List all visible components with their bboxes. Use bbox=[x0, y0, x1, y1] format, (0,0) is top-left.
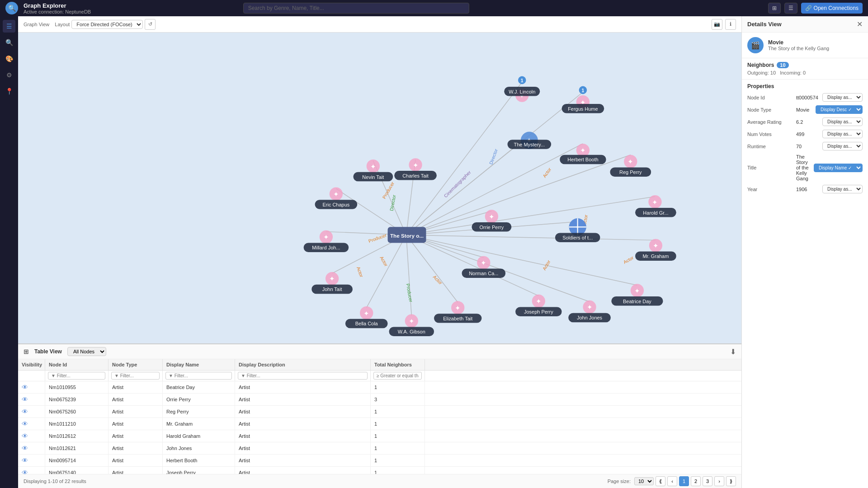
cell-visibility: 👁 bbox=[18, 455, 45, 466]
cell-node-type: Artist bbox=[108, 442, 163, 454]
table-row: 👁 Nm0675140 Artist Joseph Perry Artist 1 bbox=[18, 467, 741, 474]
graph-view-tab[interactable]: Graph View bbox=[24, 22, 49, 27]
cell-total-neighbors: 3 bbox=[371, 394, 425, 405]
result-count: Displaying 1-10 of 22 results bbox=[24, 479, 86, 484]
visibility-eye-icon[interactable]: 👁 bbox=[22, 469, 28, 474]
page-size-select[interactable]: 10 20 50 bbox=[634, 477, 654, 485]
table-row: 👁 Nm0675239 Artist Orrie Perry Artist 3 bbox=[18, 394, 741, 406]
movie-type: Movie bbox=[768, 39, 829, 46]
visibility-eye-icon[interactable]: 👁 bbox=[22, 445, 28, 452]
prop-dropdown-runtime[interactable]: Display as... bbox=[822, 142, 863, 150]
graph-view-area[interactable]: Producer Director Cinematographer Direct… bbox=[18, 33, 741, 343]
page-3-btn[interactable]: 3 bbox=[703, 476, 712, 486]
info-btn[interactable]: ℹ bbox=[725, 19, 736, 30]
cell-node-type: Artist bbox=[108, 430, 163, 442]
svg-text:✦: ✦ bbox=[329, 275, 335, 282]
open-connections-btn[interactable]: 🔗 Open Connections bbox=[801, 3, 863, 14]
prop-value-year: 1906 bbox=[796, 187, 819, 192]
filter-node-id-input[interactable] bbox=[48, 372, 105, 380]
filter-node-type-input[interactable] bbox=[111, 372, 160, 380]
prop-row-num-votes: Num Votes 499 Display as... bbox=[747, 130, 863, 138]
filter-neighbors-input[interactable] bbox=[373, 372, 422, 380]
cell-visibility: 👁 bbox=[18, 381, 45, 393]
graph-panel: Graph View Layout Force Directed (FOCose… bbox=[18, 16, 741, 343]
refresh-btn[interactable]: ↺ bbox=[145, 19, 156, 30]
cell-display-name: Mr. Graham bbox=[163, 418, 235, 430]
properties-title: Properties bbox=[747, 83, 863, 89]
visibility-eye-icon[interactable]: 👁 bbox=[22, 457, 28, 464]
page-size-label: Page size: bbox=[608, 479, 631, 484]
prop-value-node-id: tt0000574 bbox=[796, 95, 819, 100]
visibility-eye-icon[interactable]: 👁 bbox=[22, 396, 28, 403]
prop-dropdown-num-votes[interactable]: Display as... bbox=[822, 130, 863, 138]
svg-text:Reg Perry: Reg Perry bbox=[619, 169, 642, 175]
properties-section: Properties Node Id tt0000574 Display as.… bbox=[742, 80, 868, 201]
node-type-select[interactable]: All Nodes Movie Artist bbox=[67, 347, 106, 356]
sidebar-icon-menu[interactable]: ☰ bbox=[3, 20, 15, 33]
svg-text:✦: ✦ bbox=[627, 158, 633, 165]
cell-display-desc: Artist bbox=[235, 406, 371, 418]
topbar-actions: ⊞ ☰ 🔗 Open Connections bbox=[768, 3, 863, 14]
download-btn[interactable]: ⬇ bbox=[730, 347, 736, 356]
svg-text:Herbert Booth: Herbert Booth bbox=[567, 157, 598, 162]
svg-text:John Tait: John Tait bbox=[322, 286, 342, 292]
sidebar-icon-search[interactable]: 🔍 bbox=[3, 36, 15, 49]
sidebar-icon-pin[interactable]: 📍 bbox=[3, 85, 15, 98]
prop-dropdown-year[interactable]: Display as... bbox=[822, 185, 863, 193]
prop-dropdown-avg-rating[interactable]: Display as... bbox=[822, 117, 863, 126]
prop-value-runtime: 70 bbox=[796, 144, 819, 149]
layout-select[interactable]: Force Directed (FOCose) Hierarchical Cir… bbox=[71, 20, 143, 29]
last-page-btn[interactable]: ⟫ bbox=[726, 476, 736, 486]
grid-view-btn[interactable]: ⊞ bbox=[768, 3, 781, 14]
visibility-eye-icon[interactable]: 👁 bbox=[22, 384, 28, 391]
cell-display-name: John Jones bbox=[163, 442, 235, 454]
svg-text:✦: ✦ bbox=[652, 199, 658, 206]
cell-node-id: Nm0675140 bbox=[45, 467, 108, 474]
sidebar-icon-style[interactable]: 🎨 bbox=[3, 52, 15, 65]
table-footer: Displaying 1-10 of 22 results Page size:… bbox=[18, 474, 741, 488]
cell-node-type: Artist bbox=[108, 394, 163, 405]
page-2-btn[interactable]: 2 bbox=[691, 476, 701, 486]
cell-visibility: 👁 bbox=[18, 406, 45, 418]
svg-text:The Story o...: The Story o... bbox=[390, 233, 424, 239]
cell-node-id: Nm1012621 bbox=[45, 442, 108, 454]
page-1-btn[interactable]: 1 bbox=[679, 476, 689, 486]
visibility-eye-icon[interactable]: 👁 bbox=[22, 420, 28, 427]
prop-dropdown-node-id[interactable]: Display as... bbox=[822, 93, 863, 102]
filter-neighbors bbox=[371, 371, 425, 381]
cell-node-id: Nm0095714 bbox=[45, 455, 108, 466]
camera-btn[interactable]: 📷 bbox=[712, 19, 722, 30]
search-input[interactable] bbox=[243, 3, 469, 14]
sidebar-icon-settings[interactable]: ⚙ bbox=[3, 69, 15, 81]
close-details-btn[interactable]: ✕ bbox=[857, 20, 863, 28]
neighbors-title: Neighbors 10 bbox=[747, 62, 863, 68]
visibility-eye-icon[interactable]: 👁 bbox=[22, 408, 28, 415]
prop-key-runtime: Runtime bbox=[747, 144, 793, 149]
svg-text:✦: ✦ bbox=[489, 213, 495, 221]
visibility-eye-icon[interactable]: 👁 bbox=[22, 432, 28, 440]
center-content: Graph View Layout Force Directed (FOCose… bbox=[18, 16, 741, 488]
movie-info: 🎬 Movie The Story of the Kelly Gang bbox=[742, 33, 868, 58]
first-page-btn[interactable]: ⟪ bbox=[656, 476, 665, 486]
filter-display-desc bbox=[235, 371, 371, 381]
svg-text:1: 1 bbox=[521, 78, 524, 83]
cell-visibility: 👁 bbox=[18, 442, 45, 454]
cell-node-id: Nm0675260 bbox=[45, 406, 108, 418]
cell-total-neighbors: 1 bbox=[371, 418, 425, 430]
filter-display-desc-input[interactable] bbox=[238, 372, 368, 380]
prop-dropdown-node-type[interactable]: Display Desc ✓ bbox=[816, 105, 863, 114]
prev-page-btn[interactable]: ‹ bbox=[667, 476, 677, 486]
list-view-btn[interactable]: ☰ bbox=[784, 3, 797, 14]
svg-text:✦: ✦ bbox=[653, 242, 659, 249]
layout-group: Layout Force Directed (FOCose) Hierarchi… bbox=[55, 19, 156, 30]
next-page-btn[interactable]: › bbox=[714, 476, 724, 486]
svg-text:✦: ✦ bbox=[409, 318, 415, 325]
svg-text:✦: ✦ bbox=[333, 191, 339, 198]
col-display-name: Display Name bbox=[163, 359, 235, 370]
filter-display-name-input[interactable] bbox=[165, 372, 232, 380]
svg-text:Beatrice Day: Beatrice Day bbox=[623, 299, 651, 304]
svg-text:✦: ✦ bbox=[587, 304, 593, 311]
svg-text:✦: ✦ bbox=[323, 234, 329, 241]
prop-dropdown-title[interactable]: Display Name ✓ bbox=[814, 164, 863, 172]
topbar: 🔍 Graph Explorer Active connection: Nept… bbox=[0, 0, 868, 16]
